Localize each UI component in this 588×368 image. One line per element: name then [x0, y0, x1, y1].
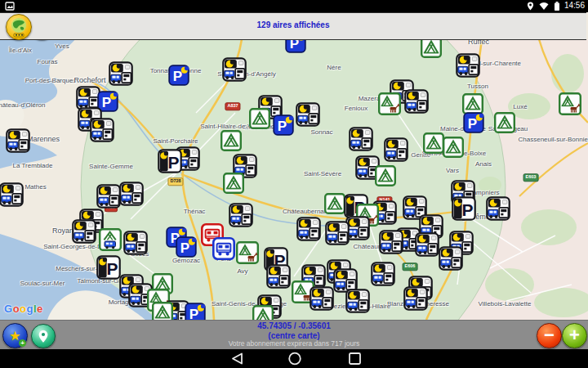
map-overlay-items: Île-d'AixYvesFourasPort-des-BarquesRoche… — [0, 39, 588, 320]
town-label: Fouras — [38, 58, 58, 65]
town-label: Avy — [237, 267, 247, 275]
home-icon[interactable] — [289, 353, 301, 365]
town-label: Sainte-Gemme — [89, 163, 133, 170]
marker-service[interactable] — [90, 118, 114, 142]
map[interactable]: Île-d'AixYvesFourasPort-des-BarquesRoche… — [0, 39, 588, 320]
plus-icon: + — [569, 326, 580, 344]
marker-parking-blue[interactable]: P — [185, 303, 206, 320]
town-label: Soulac-sur-Mer — [20, 280, 65, 287]
marker-parking-night[interactable]: P — [96, 255, 121, 280]
town-label: Rochefort — [74, 76, 105, 84]
marker-service[interactable] — [415, 232, 439, 257]
marker-service[interactable] — [109, 61, 133, 86]
town-label: Chasseneuil-sur-Bonnieure — [519, 136, 588, 143]
minus-icon: − — [544, 326, 555, 344]
marker-camping-farm[interactable] — [236, 241, 259, 264]
marker-camping[interactable] — [421, 39, 442, 58]
marker-camping[interactable] — [423, 132, 444, 154]
my-location-button[interactable] — [31, 324, 56, 348]
marker-service[interactable] — [371, 262, 395, 286]
google-letter: g — [27, 303, 33, 315]
marker-camping-farm[interactable] — [378, 92, 401, 115]
marker-service[interactable] — [403, 286, 428, 311]
marker-parking-night[interactable]: P — [452, 196, 476, 221]
globe-logo-icon — [7, 15, 31, 39]
marker-service[interactable] — [384, 137, 408, 162]
add-favorite-button[interactable]: ★ + — [2, 323, 28, 348]
marker-service[interactable] — [310, 286, 334, 311]
marker-parking-blue[interactable]: P — [168, 65, 189, 86]
svg-text:P: P — [278, 119, 287, 134]
marker-service[interactable] — [6, 128, 30, 153]
marker-service[interactable] — [349, 127, 373, 151]
town-label: Fenioux — [345, 105, 368, 112]
marker-camping[interactable] — [152, 302, 173, 320]
marker-camping[interactable] — [220, 130, 242, 151]
marker-service[interactable] — [123, 231, 148, 255]
marker-camping[interactable] — [494, 112, 515, 133]
marker-service[interactable] — [119, 182, 144, 206]
marker-service[interactable] — [229, 203, 253, 227]
google-letter: G — [4, 303, 13, 315]
marker-parking-blue[interactable]: P — [176, 236, 197, 258]
svg-text:P: P — [461, 200, 473, 219]
subscription-notice: Votre abonnement expirera dans 717 jours — [98, 340, 490, 348]
marker-camping[interactable] — [443, 137, 464, 158]
marker-service[interactable] — [296, 102, 320, 127]
marker-camping[interactable] — [324, 193, 345, 214]
svg-text:P: P — [167, 153, 179, 172]
road-badge: A837 — [225, 102, 240, 110]
marker-service[interactable] — [222, 57, 247, 82]
center-coordinates: 45.74305 / -0.35601 — [98, 321, 490, 331]
marker-service[interactable] — [345, 289, 370, 313]
marker-service[interactable] — [96, 184, 121, 209]
android-status-bar: 14:56 — [0, 0, 588, 12]
town-label: Port-des-Barques — [25, 77, 77, 84]
svg-text:P: P — [106, 259, 118, 278]
wifi-status-icon — [539, 2, 549, 11]
zoom-out-button[interactable]: − — [537, 323, 562, 348]
marker-service[interactable] — [325, 221, 350, 245]
marker-service[interactable] — [0, 182, 24, 207]
zoom-in-button[interactable]: + — [562, 323, 587, 348]
marker-camping-mixed[interactable] — [99, 228, 122, 251]
app-logo — [6, 14, 32, 40]
app-toolbar: 129 aires affichées — [0, 12, 586, 40]
town-label: Yves — [55, 43, 69, 50]
town-label: Tusson — [467, 83, 488, 90]
marker-parking-blue[interactable]: P — [285, 39, 306, 53]
town-label: Villebois-Lavalette — [479, 300, 532, 307]
recents-icon[interactable] — [350, 353, 360, 364]
marker-camping[interactable] — [375, 165, 396, 186]
marker-service[interactable] — [266, 264, 291, 289]
road-badge: D728 — [167, 177, 183, 186]
marker-service[interactable] — [404, 89, 429, 114]
marker-service[interactable] — [296, 217, 321, 241]
marker-motorhome-blue[interactable] — [212, 237, 235, 260]
google-letter: o — [13, 303, 20, 315]
svg-text:P: P — [189, 307, 198, 320]
town-label: Ruffec — [468, 39, 489, 46]
marker-parking-blue[interactable]: P — [463, 112, 484, 133]
marker-service[interactable] — [456, 53, 480, 78]
marker-service[interactable] — [72, 219, 96, 244]
svg-text:P: P — [290, 39, 299, 52]
marker-service[interactable] — [379, 230, 403, 254]
road-badge: E603 — [523, 173, 539, 182]
town-label: Sonnac — [310, 128, 332, 136]
town-label: Château-d'Oléron — [0, 101, 45, 109]
town-label: Anais — [475, 160, 492, 168]
marker-camping[interactable] — [249, 108, 270, 129]
marker-parking-blue[interactable]: P — [273, 114, 294, 136]
plus-badge-icon: + — [19, 339, 26, 347]
town-label: Marennes — [27, 135, 60, 143]
town-label: La Tremblade — [13, 162, 53, 169]
marker-service[interactable] — [486, 196, 510, 221]
marker-camping[interactable] — [252, 305, 274, 320]
marker-camping-farm[interactable] — [559, 92, 581, 115]
location-status-icon — [527, 2, 534, 11]
marker-parking-night[interactable]: P — [158, 149, 182, 173]
back-icon[interactable] — [233, 354, 242, 364]
marker-camping[interactable] — [223, 173, 244, 194]
marker-service[interactable] — [439, 246, 463, 271]
